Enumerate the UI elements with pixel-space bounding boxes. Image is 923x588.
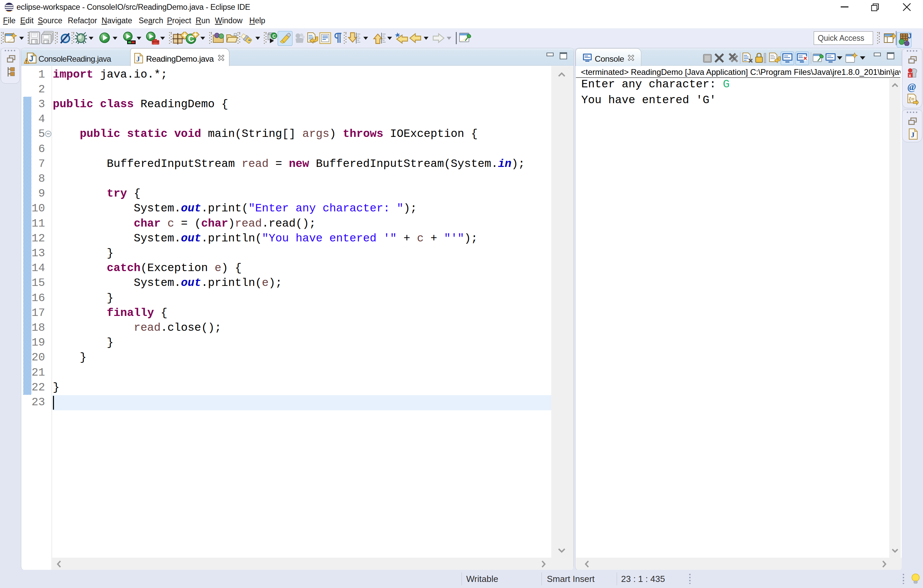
svg-text:x: x bbox=[909, 73, 912, 78]
svg-text:J: J bbox=[136, 55, 140, 63]
svg-text:J: J bbox=[29, 54, 33, 63]
svg-text:J: J bbox=[908, 33, 911, 40]
svg-text:C: C bbox=[273, 33, 276, 39]
svg-text:J: J bbox=[911, 131, 915, 139]
